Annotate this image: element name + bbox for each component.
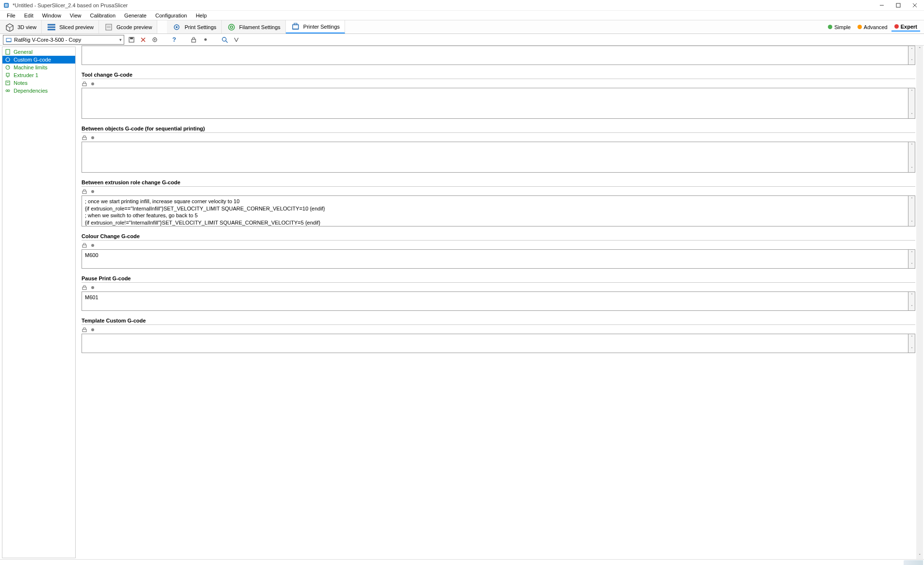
section-title: Colour Change G-code	[82, 233, 915, 241]
bullet-icon[interactable]	[91, 82, 94, 85]
menu-window[interactable]: Window	[38, 12, 65, 19]
lock-icon[interactable]	[82, 327, 87, 333]
mode-expert[interactable]: Expert	[891, 23, 920, 32]
gcode-textarea-between-objects[interactable]	[82, 142, 908, 173]
mode-group: Simple Advanced Expert	[825, 20, 924, 33]
scroll-up-icon[interactable]: ˄	[908, 292, 915, 299]
lock-icon[interactable]	[82, 81, 87, 87]
dot-green-icon	[828, 25, 832, 29]
cube-icon	[5, 22, 15, 32]
sidebar-item-label: Notes	[13, 80, 28, 86]
menu-view[interactable]: View	[66, 12, 85, 19]
sidebar-item-general[interactable]: General	[2, 48, 75, 56]
svg-point-32	[222, 37, 226, 41]
sidebar-item-label: Dependencies	[13, 88, 48, 94]
menu-generate[interactable]: Generate	[120, 12, 150, 19]
textarea-scroll[interactable]: ˄ ˅	[908, 142, 915, 173]
gcode-textarea-template-custom[interactable]	[82, 334, 908, 353]
search-button[interactable]	[220, 35, 229, 44]
section-title: Tool change G-code	[82, 72, 915, 79]
menu-configuration[interactable]: Configuration	[151, 12, 191, 19]
menu-file[interactable]: File	[3, 12, 19, 19]
scroll-down-icon[interactable]: ˅	[908, 304, 915, 310]
lock-icon[interactable]	[82, 135, 87, 141]
svg-point-17	[176, 26, 178, 28]
gcode-textarea-colour-change[interactable]	[82, 249, 908, 269]
scroll-up-icon[interactable]: ˄	[908, 142, 915, 149]
delete-profile-button[interactable]	[139, 35, 148, 44]
lock-icon[interactable]	[82, 189, 87, 194]
textarea-scroll[interactable]: ˄ ˅	[908, 249, 915, 269]
save-profile-button[interactable]	[127, 35, 136, 44]
scroll-down-icon[interactable]: ˅	[908, 112, 915, 118]
bullet-icon[interactable]	[91, 328, 94, 331]
gcode-textarea-partial[interactable]	[82, 46, 908, 65]
svg-point-19	[230, 26, 232, 28]
settings-gear-button[interactable]	[150, 35, 159, 44]
svg-rect-40	[6, 73, 9, 76]
tab-filament-settings[interactable]: Filament Settings	[222, 20, 286, 33]
scroll-down-icon[interactable]: ˅	[908, 58, 915, 65]
tab-gcode-preview[interactable]: Gcode preview	[99, 20, 157, 33]
scroll-down-icon[interactable]: ˅	[908, 165, 915, 172]
gcode-textarea-pause-print[interactable]	[82, 291, 908, 311]
bullet-icon[interactable]	[91, 286, 94, 289]
resize-grip-icon[interactable]	[904, 560, 923, 565]
maximize-button[interactable]	[890, 0, 907, 11]
bullet-toolbar-icon[interactable]	[201, 35, 210, 44]
menu-edit[interactable]: Edit	[20, 12, 37, 19]
menu-help[interactable]: Help	[192, 12, 211, 19]
scroll-down-icon[interactable]: ˅	[908, 261, 915, 268]
menu-calibration[interactable]: Calibration	[86, 12, 119, 19]
profile-toolbar: RatRig V-Core-3-500 - Copy ▾ ?	[0, 34, 924, 46]
tab-print-settings[interactable]: Print Settings	[167, 20, 221, 33]
section-colour-change: Colour Change G-code ˄ ˅	[82, 233, 915, 269]
scroll-up-icon[interactable]: ˄	[908, 334, 915, 341]
scroll-up-icon[interactable]: ˄	[908, 196, 915, 203]
lock-icon[interactable]	[82, 242, 87, 248]
svg-rect-3	[896, 3, 900, 7]
svg-point-37	[6, 58, 10, 62]
profile-select[interactable]: RatRig V-Core-3-500 - Copy ▾	[3, 35, 124, 45]
scroll-up-icon[interactable]: ˄	[908, 250, 915, 257]
mode-advanced[interactable]: Advanced	[855, 23, 891, 31]
content-scrollbar[interactable]: ˄ ˅	[916, 46, 923, 559]
scroll-down-icon[interactable]: ˅	[908, 219, 915, 226]
scroll-up-icon[interactable]: ˄	[908, 88, 915, 95]
bullet-icon[interactable]	[91, 244, 94, 247]
textarea-scroll[interactable]: ˄ ˅	[908, 334, 915, 353]
sidebar-item-custom-gcode[interactable]: Custom G-code	[2, 56, 75, 64]
sidebar-item-extruder-1[interactable]: Extruder 1	[2, 71, 75, 79]
textarea-scroll[interactable]: ˄ ˅	[908, 46, 915, 65]
close-button[interactable]	[907, 0, 923, 11]
sidebar-item-dependencies[interactable]: Dependencies	[2, 87, 75, 95]
tab-3d-view[interactable]: 3D view	[0, 20, 42, 33]
scroll-up-icon[interactable]: ˄	[919, 46, 921, 52]
scroll-down-icon[interactable]: ˅	[908, 346, 915, 353]
lock-toolbar-button[interactable]	[189, 35, 198, 44]
bullet-icon[interactable]	[91, 190, 94, 193]
scroll-up-icon[interactable]: ˄	[908, 46, 915, 53]
svg-point-30	[154, 39, 156, 40]
bullet-icon[interactable]	[91, 136, 94, 139]
gcode-textarea-tool-change[interactable]	[82, 88, 908, 119]
textarea-scroll[interactable]: ˄ ˅	[908, 291, 915, 311]
svg-rect-48	[82, 191, 86, 194]
lock-icon[interactable]	[82, 285, 87, 291]
sidebar-item-machine-limits[interactable]: Machine limits	[2, 64, 75, 71]
minimize-button[interactable]	[874, 0, 890, 11]
sidebar-item-notes[interactable]: Notes	[2, 79, 75, 87]
tab-sliced-preview[interactable]: Sliced preview	[42, 20, 99, 33]
tab-sliced-preview-label: Sliced preview	[59, 24, 94, 30]
dot-red-icon	[894, 24, 899, 29]
tab-printer-settings[interactable]: Printer Settings	[286, 20, 345, 33]
help-button[interactable]: ?	[170, 35, 179, 44]
textarea-scroll[interactable]: ˄ ˅	[908, 195, 915, 226]
compare-button[interactable]	[232, 35, 241, 44]
svg-rect-36	[6, 49, 10, 54]
section-title: Between extrusion role change G-code	[82, 179, 915, 187]
mode-simple[interactable]: Simple	[825, 23, 854, 31]
textarea-scroll[interactable]: ˄ ˅	[908, 88, 915, 119]
gcode-textarea-between-extrusion[interactable]	[82, 195, 908, 226]
scroll-down-icon[interactable]: ˅	[919, 552, 921, 559]
